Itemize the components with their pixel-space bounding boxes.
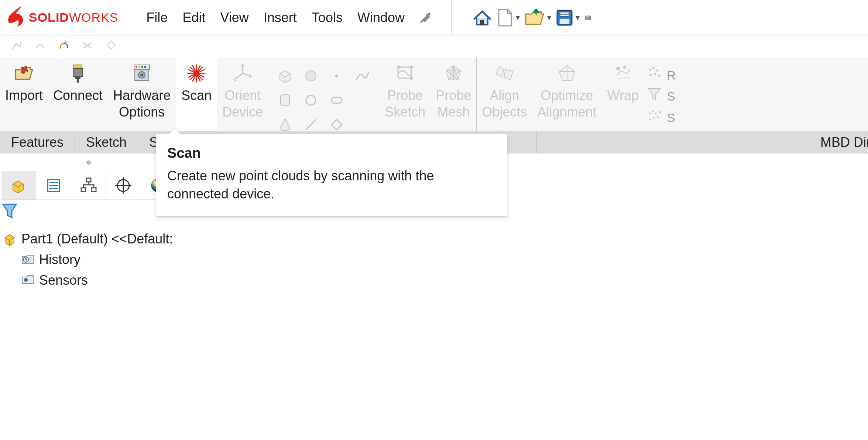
svg-point-51 <box>652 117 654 119</box>
tree-sensors-node[interactable]: Sensors <box>3 270 174 291</box>
tree-root-label: Part1 (Default) <<Default: <box>21 229 173 249</box>
tab-sketch[interactable]: Sketch <box>75 131 138 153</box>
svg-rect-12 <box>77 79 79 83</box>
folder-open-icon <box>524 9 545 27</box>
svg-point-41 <box>649 69 651 71</box>
menu-file[interactable]: File <box>144 8 170 27</box>
optimize-alignment-label: Optimize Alignment <box>537 87 596 120</box>
smooth-button: S <box>647 106 676 126</box>
part-icon <box>10 177 28 194</box>
logo-swoosh-icon <box>7 5 24 30</box>
feature-tree: Part1 (Default) <<Default: History Senso… <box>0 224 177 295</box>
chevron-down-icon[interactable]: ▾ <box>516 13 520 22</box>
svg-point-32 <box>306 96 316 105</box>
orient-device-button: Orient Device <box>217 58 268 131</box>
dimxpert-manager-tab[interactable] <box>106 171 141 200</box>
feature-tree-tab[interactable] <box>1 171 36 200</box>
menu-window[interactable]: Window <box>355 8 407 27</box>
svg-point-44 <box>649 74 652 76</box>
menu-edit[interactable]: Edit <box>180 8 207 27</box>
svg-point-45 <box>654 73 656 75</box>
tree-sensors-label: Sensors <box>39 270 88 291</box>
probe-mesh-icon <box>444 63 463 83</box>
svg-point-43 <box>656 69 658 72</box>
configuration-manager-tab[interactable] <box>71 171 106 200</box>
svg-rect-17 <box>144 66 146 68</box>
svg-point-50 <box>657 117 659 118</box>
reduce-button: R <box>647 64 676 83</box>
svg-point-36 <box>398 66 400 68</box>
mini-tool-3-icon[interactable] <box>58 40 69 53</box>
wrap-icon <box>614 63 632 83</box>
pin-icon[interactable] <box>418 10 433 25</box>
svg-rect-0 <box>481 20 484 25</box>
scan-button[interactable]: Scan <box>176 58 217 131</box>
menu-view[interactable]: View <box>218 8 251 27</box>
svg-rect-5 <box>559 18 570 24</box>
svg-rect-3 <box>560 13 569 13</box>
filter-icon[interactable] <box>2 211 18 223</box>
align-objects-button: Align Objects <box>477 58 532 131</box>
svg-point-52 <box>649 119 651 121</box>
part-icon <box>3 232 18 246</box>
property-manager-tab[interactable] <box>36 171 71 200</box>
svg-rect-7 <box>586 15 590 17</box>
orient-device-icon <box>233 63 252 83</box>
primitive-shapes-group <box>268 58 380 131</box>
cone-icon <box>278 117 292 132</box>
tab-mbd-dimensions[interactable]: MBD Dir <box>809 131 868 153</box>
wrap-label: Wrap <box>607 87 639 104</box>
tooltip-title: Scan <box>167 145 496 161</box>
home-button[interactable] <box>472 8 492 28</box>
tooltip-body: Create new point clouds by scanning with… <box>167 167 496 203</box>
orient-device-label: Orient Device <box>222 87 263 120</box>
menu-tools[interactable]: Tools <box>309 8 345 27</box>
wrap-button: Wrap <box>602 58 644 131</box>
hardware-options-icon <box>133 63 151 83</box>
align-objects-label: Align Objects <box>482 87 527 120</box>
tab-features[interactable]: Features <box>0 131 75 153</box>
history-folder-icon <box>21 252 35 267</box>
app-logo: SOLIDWORKS <box>7 5 118 30</box>
save-document-button[interactable]: ▾ <box>556 9 580 27</box>
open-document-button[interactable]: ▾ <box>524 9 551 27</box>
hardware-options-label: Hardware Options <box>113 87 171 120</box>
probe-mesh-button: Probe Mesh <box>430 58 476 131</box>
svg-line-34 <box>306 119 316 130</box>
chevron-down-icon[interactable]: ▾ <box>576 13 580 22</box>
probe-mesh-label: Probe Mesh <box>436 87 471 120</box>
svg-rect-16 <box>141 66 143 68</box>
import-button[interactable]: Import <box>0 58 48 131</box>
list-icon <box>45 177 62 194</box>
box-icon <box>278 69 292 83</box>
svg-rect-14 <box>135 66 137 68</box>
import-label: Import <box>5 87 43 104</box>
scan-laser-icon <box>187 63 206 83</box>
mini-tool-4-icon <box>82 40 93 53</box>
optimize-alignment-button: Optimize Alignment <box>532 58 601 131</box>
panel-handle[interactable] <box>0 153 177 171</box>
connector-icon <box>70 63 86 83</box>
svg-point-48 <box>652 111 653 112</box>
print-button[interactable] <box>584 9 591 27</box>
svg-point-68 <box>24 278 28 282</box>
menu-insert[interactable]: Insert <box>261 8 299 27</box>
svg-point-38 <box>410 77 412 79</box>
align-objects-icon <box>494 63 514 83</box>
svg-rect-60 <box>92 188 96 191</box>
tree-root-node[interactable]: Part1 (Default) <<Default: <box>3 229 174 249</box>
connect-button[interactable]: Connect <box>48 58 108 131</box>
svg-point-42 <box>652 67 655 69</box>
new-document-button[interactable]: ▾ <box>497 8 520 27</box>
svg-point-40 <box>624 66 626 68</box>
tooltip-arrow-icon <box>169 128 181 134</box>
mini-tool-1-icon <box>11 40 22 53</box>
hardware-options-button[interactable]: Hardware Options <box>108 58 176 131</box>
feature-manager-panel: Part1 (Default) <<Default: History Senso… <box>0 153 177 440</box>
svg-point-37 <box>410 66 412 68</box>
svg-point-49 <box>655 113 656 115</box>
tree-history-node[interactable]: History <box>3 249 174 270</box>
svg-rect-9 <box>74 65 82 69</box>
chevron-down-icon[interactable]: ▾ <box>547 13 551 22</box>
drag-handle-icon <box>86 160 91 164</box>
